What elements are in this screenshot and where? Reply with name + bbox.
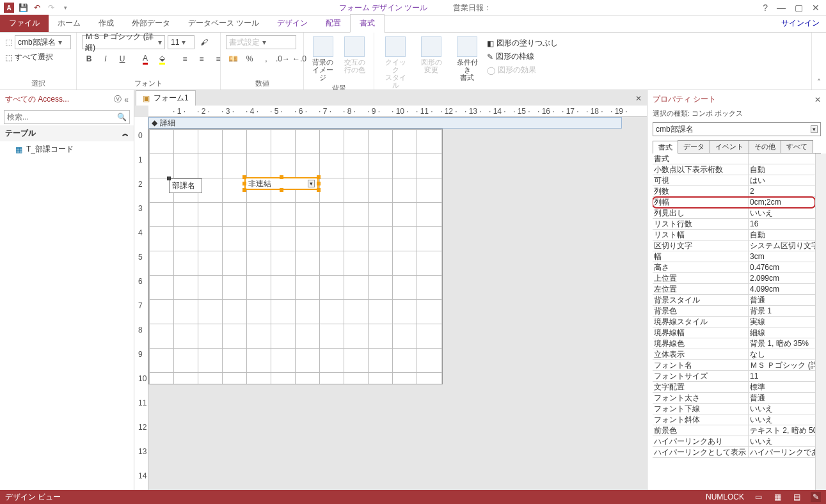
property-value[interactable]: いいえ [749,404,815,414]
nav-pane-title[interactable]: すべての Access... [5,94,69,105]
property-scrollbar[interactable] [815,154,826,490]
property-row[interactable]: フォント名ＭＳ Ｐゴシック (詳 [653,360,815,371]
property-row[interactable]: リスト行数16 [653,219,815,230]
property-row[interactable]: 高さ0.476cm [653,262,815,273]
property-value[interactable]: 自動 [749,164,815,175]
property-row[interactable]: フォント斜体いいえ [653,414,815,425]
maximize-icon[interactable]: ▢ [795,3,803,13]
property-value[interactable]: 3cm [749,252,815,261]
label-control[interactable]: 部課名 [169,178,202,193]
shape-outline-button[interactable]: ✎図形の枠線 [487,51,558,62]
percent-button[interactable]: % [242,52,257,66]
font-size-combo[interactable]: 11▾ [168,35,195,49]
property-value[interactable]: 11 [749,372,815,381]
property-value[interactable]: 背景 1, 暗め 35% [749,338,815,349]
resize-handle[interactable] [317,175,321,179]
tab-external-data[interactable]: 外部データ [123,15,179,32]
selection-handle[interactable] [167,177,171,180]
resize-handle[interactable] [280,188,283,192]
datasheet-view-icon[interactable]: ▦ [772,492,782,502]
object-selector[interactable]: cmb部課名▾ [15,35,71,49]
property-row[interactable]: 左位置4.099cm [653,284,815,295]
property-row[interactable]: フォントサイズ11 [653,371,815,382]
property-value[interactable]: 4.099cm [749,285,815,294]
property-value[interactable]: 自動 [749,230,815,240]
change-shape-button[interactable]: 図形の 変更 [415,35,447,75]
design-view-icon[interactable]: ✎ [811,492,821,502]
ribbon-collapse-icon[interactable]: ˄ [812,75,826,90]
property-value[interactable]: 普通 [749,393,815,404]
select-all-button[interactable]: ⬚ すべて選択 [5,52,53,63]
nav-dropdown-icon[interactable]: ⓥ [114,94,122,105]
property-row[interactable]: フォント太さ普通 [653,393,815,404]
horizontal-ruler[interactable]: document.write(Array.from({length:20},(_… [148,106,647,117]
shape-fill-button[interactable]: ◧図形の塗りつぶし [487,38,558,49]
detail-section-bar[interactable]: ◆ 詳細 [148,117,622,129]
save-icon[interactable]: 💾 [18,3,28,13]
sign-in-link[interactable]: サインイン [775,15,826,32]
resize-handle[interactable] [242,188,246,192]
tab-create[interactable]: 作成 [90,15,123,32]
property-row[interactable]: 小数点以下表示桁数自動 [653,164,815,175]
nav-search[interactable]: 🔍 [4,110,130,124]
underline-button[interactable]: U [115,52,129,66]
dropdown-icon[interactable]: ▾ [811,125,818,133]
form-view-icon[interactable]: ▭ [753,492,763,502]
property-row[interactable]: 境界線スタイル実線 [653,317,815,327]
align-center-button[interactable]: ≡ [195,52,209,66]
resize-handle[interactable] [317,188,321,192]
property-row[interactable]: リスト幅自動 [653,230,815,240]
group-collapse-icon[interactable]: ︽ [122,129,129,138]
font-color-button[interactable]: A [138,52,152,66]
property-value[interactable]: 実線 [749,317,815,327]
property-value[interactable]: 標準 [749,382,815,393]
property-value[interactable]: 背景 1 [749,306,815,317]
fill-color-button[interactable]: ⬙ [155,52,169,66]
undo-icon[interactable]: ↶ [32,3,42,13]
property-row[interactable]: 境界線幅細線 [653,327,815,338]
property-row[interactable]: 境界線色背景 1, 暗め 35% [653,338,815,349]
alternate-row-color-button[interactable]: 交互の 行の色 [341,35,369,75]
resize-handle[interactable] [280,175,283,179]
property-row[interactable]: 立体表示なし [653,349,815,360]
property-grid[interactable]: 書式小数点以下表示桁数自動可視はい列数2列幅0cm;2cm列見出しいいえリスト行… [653,154,815,490]
document-tab[interactable]: ▣ フォーム1 [136,90,196,106]
form-grid[interactable] [148,129,443,384]
property-value[interactable]: ＭＳ Ｐゴシック (詳 [749,360,815,371]
property-row[interactable]: ハイパーリンクとして表示ハイパーリンクである場 [653,447,815,458]
property-row[interactable]: ハイパーリンクありいいえ [653,436,815,447]
property-value[interactable]: 普通 [749,295,815,306]
tab-home[interactable]: ホーム [49,15,90,32]
property-row[interactable]: 列数2 [653,186,815,197]
tab-database-tools[interactable]: データベース ツール [179,15,268,32]
property-value[interactable]: いいえ [749,414,815,425]
background-image-button[interactable]: 背景の イメージ [309,35,337,83]
property-value[interactable]: テキスト 2, 暗め 50 [749,425,815,436]
property-tab-data[interactable]: データ [678,140,710,153]
resize-handle[interactable] [242,175,246,179]
property-value[interactable]: 2.099cm [749,274,815,283]
property-row[interactable]: 列見出しいいえ [653,208,815,219]
number-format-combo[interactable]: 書式設定▾ [226,35,296,49]
align-left-button[interactable]: ≡ [178,52,192,66]
shape-effects-button[interactable]: ◯図形の効果 [487,65,558,75]
font-name-combo[interactable]: ＭＳ Ｐゴシック (詳細)▾ [82,35,165,49]
nav-group-tables[interactable]: テーブル ︽ [0,125,134,141]
property-value[interactable]: 細線 [749,327,815,338]
format-painter-icon[interactable]: 🖌 [197,35,211,49]
redo-icon[interactable]: ↷ [46,3,56,13]
combobox-dropdown-icon[interactable]: ▾ [308,180,315,187]
property-value[interactable]: はい [749,175,815,186]
close-icon[interactable]: ✕ [812,3,820,13]
minimize-icon[interactable]: — [777,3,786,13]
property-row[interactable]: 文字配置標準 [653,382,815,393]
property-value[interactable]: ハイパーリンクである場 [749,447,815,458]
search-icon[interactable]: 🔍 [115,113,129,122]
property-row[interactable]: 上位置2.099cm [653,273,815,284]
resize-handle[interactable] [242,182,246,185]
tab-file[interactable]: ファイル [0,15,49,32]
tab-format[interactable]: 書式 [350,14,385,33]
property-row[interactable]: 可視はい [653,175,815,186]
property-tab-event[interactable]: イベント [710,140,749,153]
bold-button[interactable]: B [82,52,96,66]
